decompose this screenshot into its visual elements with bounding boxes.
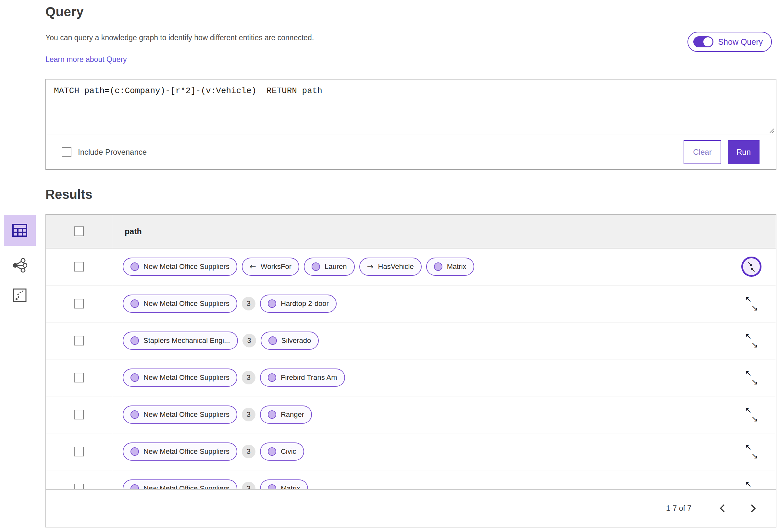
entity-node-icon	[130, 484, 139, 489]
row-checkbox[interactable]	[74, 484, 84, 489]
results-rows: New Metal Office Suppliers←WorksForLaure…	[46, 249, 776, 489]
entity-label: New Metal Office Suppliers	[143, 300, 230, 308]
entity-pill[interactable]: New Metal Office Suppliers	[123, 258, 237, 276]
diagonal-arrow-icon: ↘	[751, 378, 758, 386]
previous-page-button[interactable]	[717, 501, 728, 516]
chevron-right-icon	[751, 504, 756, 513]
diagonal-arrow-icon: ↖	[745, 480, 752, 488]
query-input[interactable]: MATCH path=(c:Company)-[r*2]-(v:Vehicle)…	[46, 79, 776, 135]
diagonal-arrow-icon: ↖	[745, 295, 752, 303]
entity-node-icon	[130, 262, 139, 271]
diagonal-arrow-icon: ↘	[751, 489, 758, 489]
row-checkbox[interactable]	[74, 262, 84, 271]
entity-label: Ranger	[281, 410, 304, 419]
diagonal-arrow-icon: ↘	[751, 415, 758, 423]
entity-label: New Metal Office Suppliers	[143, 410, 230, 419]
path-cell: New Metal Office Suppliers3Civic	[112, 443, 727, 461]
expand-cell: ↖↘	[727, 369, 776, 387]
row-checkbox[interactable]	[74, 299, 84, 309]
expand-row-icon[interactable]: ↖↘	[742, 405, 761, 424]
expand-row-icon[interactable]: ↖↘	[742, 332, 761, 350]
entity-pill[interactable]: Matrix	[426, 258, 474, 276]
relationship-pill[interactable]: →HasVehicle	[359, 258, 422, 276]
entity-pill[interactable]: Silverado	[261, 332, 319, 350]
chevron-left-icon	[719, 504, 725, 513]
entity-node-icon	[268, 484, 276, 489]
next-page-button[interactable]	[748, 501, 759, 516]
expand-cell: ↖↘	[727, 479, 776, 489]
row-select-cell	[46, 470, 112, 489]
entity-pill[interactable]: Civic	[260, 443, 304, 461]
path-cell: New Metal Office Suppliers3Matrix	[112, 479, 727, 489]
include-provenance-checkbox[interactable]	[62, 147, 71, 157]
path-column-header: path	[112, 227, 776, 236]
hidden-hops-count-badge: 3	[242, 334, 256, 347]
expand-cell: ↖↘	[727, 294, 776, 313]
hidden-hops-count-badge: 3	[242, 371, 255, 384]
learn-more-link[interactable]: Learn more about Query	[46, 55, 127, 64]
entity-label: New Metal Office Suppliers	[143, 484, 230, 489]
row-checkbox[interactable]	[74, 410, 84, 419]
collapse-row-icon[interactable]: ↘↖	[741, 257, 762, 277]
relationship-label: HasVehicle	[378, 262, 414, 271]
show-query-toggle[interactable]: Show Query	[687, 32, 772, 52]
relationship-label: WorksFor	[261, 262, 292, 271]
include-provenance-control[interactable]: Include Provenance	[62, 147, 147, 157]
row-select-cell	[46, 285, 112, 322]
map-icon	[13, 288, 27, 302]
entity-pill[interactable]: New Metal Office Suppliers	[123, 479, 237, 489]
select-all-checkbox[interactable]	[74, 226, 84, 236]
row-checkbox[interactable]	[74, 373, 84, 383]
entity-pill[interactable]: New Metal Office Suppliers	[123, 294, 237, 313]
table-icon	[12, 224, 27, 237]
entity-node-icon	[268, 336, 277, 345]
toggle-switch-icon[interactable]	[693, 36, 713, 47]
entity-node-icon	[268, 447, 276, 456]
hidden-hops-count-badge: 3	[242, 297, 255, 311]
results-table: path New Metal Office Suppliers←WorksFor…	[46, 214, 776, 527]
entity-pill[interactable]: New Metal Office Suppliers	[123, 405, 237, 424]
expand-row-icon[interactable]: ↖↘	[742, 294, 761, 313]
path-cell: New Metal Office Suppliers3Ranger	[112, 405, 727, 424]
entity-pill[interactable]: Lauren	[304, 258, 355, 276]
entity-node-icon	[130, 410, 139, 419]
entity-pill[interactable]: New Metal Office Suppliers	[123, 369, 237, 387]
path-cell: Staplers Mechanical Engi...3Silverado	[112, 332, 727, 350]
graph-icon	[12, 258, 27, 272]
entity-label: Staplers Mechanical Engi...	[143, 336, 230, 345]
clear-button[interactable]: Clear	[683, 140, 721, 164]
diagonal-arrow-icon: ↘	[751, 304, 758, 312]
entity-node-icon	[268, 300, 276, 308]
toggle-knob	[703, 37, 712, 46]
table-row: New Metal Office Suppliers3Ranger↖↘	[46, 396, 776, 434]
entity-pill[interactable]: Hardtop 2-door	[260, 294, 337, 313]
select-all-cell	[46, 215, 112, 248]
relationship-pill[interactable]: ←WorksFor	[242, 258, 299, 276]
table-row: New Metal Office Suppliers←WorksForLaure…	[46, 249, 776, 285]
map-view-tab[interactable]	[4, 285, 36, 306]
row-checkbox[interactable]	[74, 336, 84, 345]
expand-row-icon[interactable]: ↖↘	[742, 369, 761, 387]
table-header-row: path	[46, 215, 776, 249]
row-select-cell	[46, 249, 112, 285]
entity-node-icon	[434, 262, 442, 271]
row-checkbox[interactable]	[74, 447, 84, 456]
entity-pill[interactable]: Ranger	[260, 405, 312, 424]
entity-pill[interactable]: Staplers Mechanical Engi...	[123, 332, 238, 350]
expand-row-icon[interactable]: ↖↘	[742, 479, 761, 489]
expand-cell: ↖↘	[727, 332, 776, 350]
expand-row-icon[interactable]: ↖↘	[742, 443, 761, 461]
entity-label: New Metal Office Suppliers	[143, 447, 230, 456]
path-cell: New Metal Office Suppliers←WorksForLaure…	[112, 258, 727, 276]
resize-handle-icon[interactable]	[768, 127, 774, 133]
row-select-cell	[46, 396, 112, 433]
run-button[interactable]: Run	[728, 140, 760, 164]
graph-view-tab[interactable]	[4, 255, 36, 276]
entity-pill[interactable]: New Metal Office Suppliers	[123, 443, 237, 461]
table-view-tab[interactable]	[4, 215, 36, 246]
row-select-cell	[46, 359, 112, 396]
query-panel: MATCH path=(c:Company)-[r*2]-(v:Vehicle)…	[46, 79, 776, 170]
entity-pill[interactable]: Matrix	[260, 479, 308, 489]
entity-pill[interactable]: Firebird Trans Am	[260, 369, 345, 387]
query-description: You can query a knowledge graph to ident…	[46, 34, 776, 42]
